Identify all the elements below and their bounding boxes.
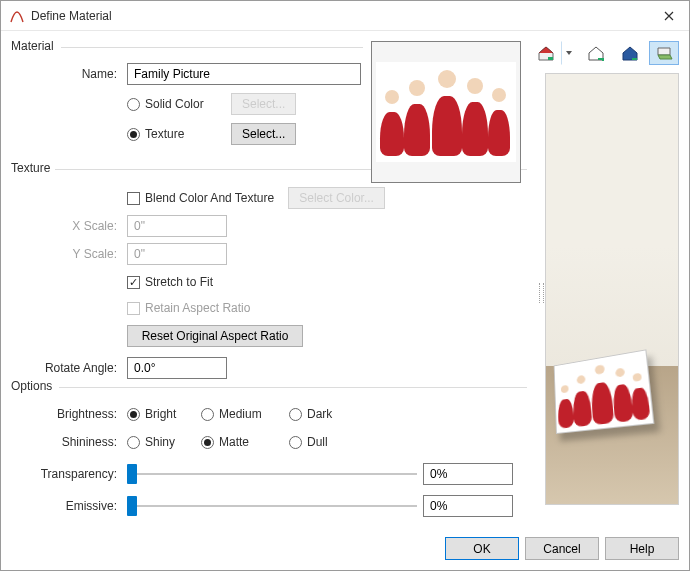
window-title: Define Material xyxy=(31,9,649,23)
rotate-label: Rotate Angle: xyxy=(11,361,127,375)
shininess-matte-radio[interactable] xyxy=(201,436,214,449)
material-legend: Material xyxy=(11,39,54,53)
dialog-footer: OK Cancel Help xyxy=(445,537,679,560)
wall-plane-icon xyxy=(655,45,673,61)
svg-rect-0 xyxy=(548,57,553,60)
texture-radio[interactable] xyxy=(127,128,140,141)
preview-mode-color[interactable] xyxy=(531,41,561,65)
close-button[interactable] xyxy=(649,1,689,31)
family-image-placeholder xyxy=(376,62,516,162)
xscale-label: X Scale: xyxy=(11,219,127,233)
emissive-slider[interactable] xyxy=(127,495,417,517)
help-button[interactable]: Help xyxy=(605,537,679,560)
slider-thumb[interactable] xyxy=(127,464,137,484)
solid-color-radio[interactable] xyxy=(127,98,140,111)
texture-legend: Texture xyxy=(11,161,50,175)
stretch-label: Stretch to Fit xyxy=(145,275,213,289)
reset-aspect-button[interactable]: Reset Original Aspect Ratio xyxy=(127,325,303,347)
preview-mode-wall[interactable] xyxy=(649,41,679,65)
shininess-shiny-label: Shiny xyxy=(145,435,187,449)
select-color-button: Select Color... xyxy=(288,187,385,209)
options-legend: Options xyxy=(11,379,52,393)
emissive-input[interactable] xyxy=(423,495,513,517)
shininess-label: Shininess: xyxy=(11,435,127,449)
transparency-label: Transparency: xyxy=(11,467,127,481)
brightness-dark-label: Dark xyxy=(307,407,332,421)
shininess-shiny-radio[interactable] xyxy=(127,436,140,449)
retain-label: Retain Aspect Ratio xyxy=(145,301,250,315)
cancel-button[interactable]: Cancel xyxy=(525,537,599,560)
shininess-matte-label: Matte xyxy=(219,435,275,449)
ok-button[interactable]: OK xyxy=(445,537,519,560)
shininess-dull-label: Dull xyxy=(307,435,328,449)
texture-thumbnail xyxy=(371,41,521,183)
title-bar: Define Material xyxy=(1,1,689,31)
blend-label: Blend Color And Texture xyxy=(145,191,274,205)
brightness-dark-radio[interactable] xyxy=(289,408,302,421)
preview-mode-blueprint[interactable] xyxy=(615,41,645,65)
yscale-label: Y Scale: xyxy=(11,247,127,261)
yscale-input xyxy=(127,243,227,265)
slider-thumb[interactable] xyxy=(127,496,137,516)
solid-color-label: Solid Color xyxy=(145,97,217,111)
preview-mode-color-dropdown[interactable] xyxy=(561,41,577,65)
solid-select-button: Select... xyxy=(231,93,296,115)
transparency-slider[interactable] xyxy=(127,463,417,485)
preview-toolbar xyxy=(531,41,679,65)
xscale-input xyxy=(127,215,227,237)
rotate-input[interactable] xyxy=(127,357,227,379)
preview-3d-pane[interactable] xyxy=(545,73,679,505)
shininess-dull-radio[interactable] xyxy=(289,436,302,449)
preview-picture-object xyxy=(554,349,655,434)
texture-select-button[interactable]: Select... xyxy=(231,123,296,145)
house-color-icon xyxy=(537,45,555,61)
close-icon xyxy=(664,11,674,21)
transparency-input[interactable] xyxy=(423,463,513,485)
preview-mode-frame[interactable] xyxy=(581,41,611,65)
name-input[interactable] xyxy=(127,63,361,85)
retain-checkbox xyxy=(127,302,140,315)
brightness-medium-radio[interactable] xyxy=(201,408,214,421)
blend-checkbox[interactable] xyxy=(127,192,140,205)
stretch-checkbox[interactable] xyxy=(127,276,140,289)
house-blueprint-icon xyxy=(621,45,639,61)
brightness-label: Brightness: xyxy=(11,407,127,421)
brightness-medium-label: Medium xyxy=(219,407,275,421)
brightness-bright-label: Bright xyxy=(145,407,187,421)
house-frame-icon xyxy=(587,45,605,61)
texture-label: Texture xyxy=(145,127,217,141)
brightness-bright-radio[interactable] xyxy=(127,408,140,421)
name-label: Name: xyxy=(11,67,127,81)
splitter-handle[interactable] xyxy=(539,281,544,305)
app-icon xyxy=(9,8,25,24)
emissive-label: Emissive: xyxy=(11,499,127,513)
chevron-down-icon xyxy=(566,51,572,55)
